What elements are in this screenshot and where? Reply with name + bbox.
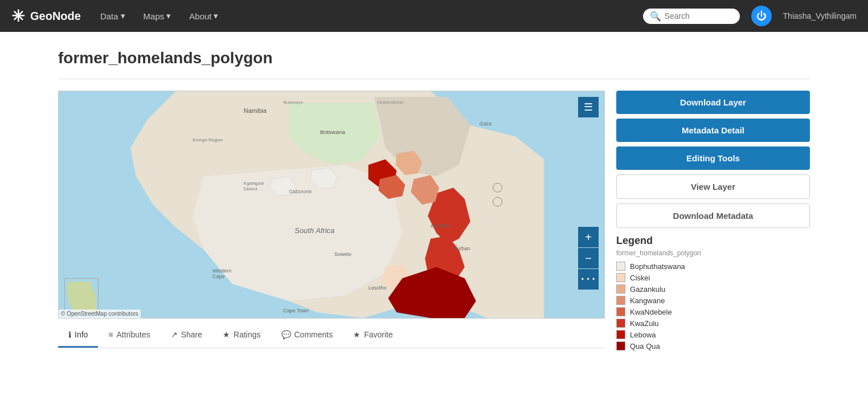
tab-share[interactable]: ↗ Share: [161, 323, 212, 348]
favorite-icon: ★: [353, 330, 361, 339]
legend-label: KwaZulu: [630, 319, 659, 328]
zoom-out-button[interactable]: −: [578, 248, 599, 268]
brand-icon: ✳: [11, 7, 24, 26]
svg-text:Durban: Durban: [453, 246, 470, 251]
chevron-down-icon: ▾: [121, 11, 125, 21]
share-icon: ↗: [171, 330, 178, 339]
map-menu-button[interactable]: ☰: [578, 97, 599, 117]
legend-item: Kangwane: [616, 296, 810, 305]
navbar: ✳ GeoNode Data ▾ Maps ▾ About ▾ 🔍 ⏻ Thia…: [0, 0, 868, 32]
map-thumbnail: [64, 278, 99, 312]
tab-favorite[interactable]: ★ Favorite: [343, 323, 403, 348]
username-label[interactable]: Thiasha_Vythilingam: [783, 11, 857, 21]
legend-label: Ciskei: [630, 274, 650, 282]
svg-text:Gaborone: Gaborone: [289, 189, 312, 194]
editing-tools-button[interactable]: Editing Tools: [616, 146, 810, 170]
search-icon: 🔍: [650, 11, 661, 22]
legend-item: Lebowa: [616, 330, 810, 339]
page-title: former_homelands_polygon: [58, 49, 810, 67]
svg-text:South Africa: South Africa: [294, 226, 334, 235]
comment-icon: 💬: [281, 330, 291, 339]
legend-item: KwaNdebele: [616, 307, 810, 316]
search-bar[interactable]: 🔍: [643, 9, 740, 24]
legend-item: KwaZulu: [616, 319, 810, 328]
map-controls-topright: ☰: [578, 97, 599, 117]
map-container: Namibia Botswana South Africa Western Ca…: [58, 91, 605, 319]
legend-swatch: [616, 284, 625, 294]
legend-item: Qua Qua: [616, 341, 810, 351]
legend-item: Gazankulu: [616, 284, 810, 294]
legend-label: Gazankulu: [630, 285, 665, 294]
page-container: former_homelands_polygon: [35, 32, 833, 351]
tab-ratings[interactable]: ★ Ratings: [212, 323, 271, 348]
chevron-down-icon: ▾: [166, 11, 171, 21]
svg-text:Namibia: Namibia: [244, 107, 267, 114]
legend-swatch: [616, 319, 625, 328]
svg-text:Central District: Central District: [378, 100, 404, 104]
nav-item-data[interactable]: Data ▾: [92, 6, 133, 26]
legend-swatch: [616, 341, 625, 351]
legend-label: Qua Qua: [630, 342, 660, 351]
legend-item: Bophuthatswana: [616, 262, 810, 271]
map-more-button[interactable]: • • •: [578, 269, 599, 290]
legend-label: Lebowa: [630, 331, 656, 339]
svg-text:Soweto: Soweto: [334, 251, 351, 257]
legend-swatch: [616, 262, 625, 271]
sidebar: Download Layer Metadata Detail Editing T…: [616, 91, 810, 351]
brand-logo[interactable]: ✳ GeoNode: [11, 7, 81, 26]
legend-swatch: [616, 273, 625, 282]
svg-text:Western: Western: [212, 268, 231, 274]
info-icon: ℹ: [68, 330, 71, 339]
legend-swatch: [616, 307, 625, 316]
svg-text:eSwatini: eSwatini: [431, 223, 450, 229]
nav-item-about[interactable]: About ▾: [181, 6, 226, 26]
tab-comments[interactable]: 💬 Comments: [271, 323, 343, 348]
legend-label: Bophuthatswana: [630, 262, 685, 271]
tabs-row: ℹ Info ≡ Attributes ↗ Share ★ Ratings 💬: [58, 323, 605, 348]
svg-text:Cape: Cape: [212, 274, 224, 279]
star-icon: ★: [223, 330, 230, 339]
user-avatar[interactable]: ⏻: [751, 6, 772, 26]
search-input[interactable]: [665, 11, 733, 21]
view-layer-button[interactable]: View Layer: [616, 174, 810, 199]
legend-item: Ciskei: [616, 273, 810, 282]
legend-label: Kangwane: [630, 296, 665, 305]
nav-item-maps[interactable]: Maps ▾: [136, 6, 179, 26]
chevron-down-icon: ▾: [214, 11, 218, 21]
download-layer-button[interactable]: Download Layer: [616, 91, 810, 114]
legend-swatch: [616, 330, 625, 339]
svg-text:Bulawayo: Bulawayo: [283, 100, 303, 105]
legend-title: Legend: [616, 235, 810, 247]
svg-text:Cape Town: Cape Town: [283, 308, 309, 313]
map-attribution: © OpenStreetMap contributors: [59, 310, 141, 318]
svg-text:District: District: [244, 186, 258, 192]
tab-info[interactable]: ℹ Info: [58, 323, 98, 348]
divider: [58, 79, 810, 79]
nav-menu: Data ▾ Maps ▾ About ▾: [92, 6, 227, 26]
zoom-in-button[interactable]: +: [578, 227, 599, 247]
power-icon: ⏻: [756, 10, 767, 22]
brand-name: GeoNode: [30, 10, 81, 23]
list-icon: ≡: [108, 330, 113, 339]
legend-swatch: [616, 296, 625, 305]
legend-items: BophuthatswanaCiskeiGazankuluKangwaneKwa…: [616, 262, 810, 351]
svg-text:Lesotho: Lesotho: [369, 285, 387, 291]
tab-attributes[interactable]: ≡ Attributes: [98, 323, 160, 348]
content-row: Namibia Botswana South Africa Western Ca…: [58, 91, 810, 351]
download-metadata-button[interactable]: Download Metadata: [616, 203, 810, 228]
map-section: Namibia Botswana South Africa Western Ca…: [58, 91, 605, 348]
map-svg: Namibia Botswana South Africa Western Ca…: [59, 91, 604, 318]
svg-text:Erongo Region: Erongo Region: [193, 137, 223, 142]
svg-text:Botswana: Botswana: [320, 129, 345, 135]
metadata-detail-button[interactable]: Metadata Detail: [616, 119, 810, 142]
svg-text:Gaza: Gaza: [480, 121, 492, 127]
legend-label: KwaNdebele: [630, 308, 672, 316]
legend-layer-name: former_homelands_polygon: [616, 249, 810, 257]
map-zoom-controls: + − • • •: [578, 227, 599, 290]
svg-text:Kgalagadi: Kgalagadi: [244, 181, 264, 186]
